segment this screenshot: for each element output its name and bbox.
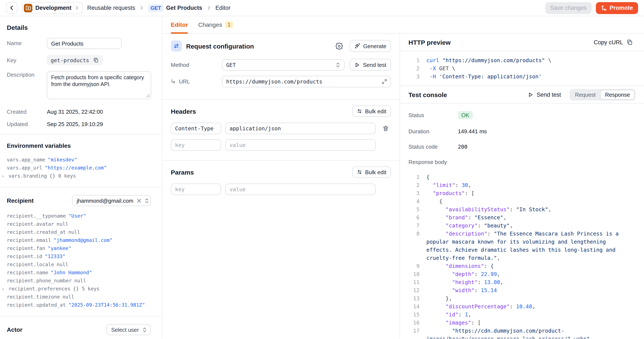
header-value-field[interactable] [225,123,376,134]
actor-select[interactable]: Select user [106,324,151,335]
tab-changes[interactable]: Changes 1 [198,16,233,33]
method-select[interactable]: GET [222,59,344,70]
actor-placeholder: Select user [111,326,139,333]
property-row: recipient.timezonenull [7,293,151,301]
actor-section: Actor Select user [0,316,162,338]
recipient-label: Recipient [7,197,34,204]
headers-bulk-edit-button[interactable]: Bulk edit [352,106,391,117]
property-key: vars.app_name [7,156,45,164]
settings-button[interactable] [334,40,346,52]
clear-icon[interactable] [137,198,142,203]
generate-button[interactable]: Generate [350,40,391,52]
url-field[interactable]: https://dummyjson.com/products [222,76,391,87]
toggle-request[interactable]: Request [570,90,600,100]
header-row: Content-Type [171,123,391,134]
project-switcher[interactable]: Development [22,2,83,14]
line-number: 3 [410,72,420,80]
sparkles-icon [354,43,360,49]
property-key: vars.branding [8,172,47,180]
line-number: 2 [410,181,420,189]
code-line: 4 { [410,197,629,205]
code-line: 3 "products": [ [410,189,629,197]
key-label: Key [7,55,47,64]
response-body-code: 1{2 "limit": 30,3 "products": [4 {5 "ava… [400,172,644,338]
toggle-response[interactable]: Response [600,90,635,100]
param-key-input[interactable] [171,184,221,195]
params-bulk-edit-button[interactable]: Bulk edit [352,166,391,178]
name-label: Name [7,38,47,46]
property-row: recipient.updated_at"2025-09-23T14:56:31… [7,301,151,309]
back-button[interactable] [6,2,18,14]
http-preview-column: HTTP preview Copy cURL 1curl "https://du… [400,34,644,338]
property-row: recipient.localenull [7,261,151,269]
resize-grip-icon[interactable] [146,92,150,99]
breadcrumb-page: Editor [216,5,231,11]
header-key-input[interactable] [171,139,221,151]
description-label: Description [7,71,47,78]
key-value: get-products [51,57,89,63]
environment-variables-list: vars.app_name"mikesdev"vars.app_url"http… [7,156,151,180]
recipient-select[interactable]: jhammond@gmail.com [72,195,151,206]
console-send-test-button[interactable]: Send test [525,91,564,98]
description-field[interactable]: Fetch products from a specific category … [47,71,151,99]
property-value: "2025-09-23T14:56:31.981Z" [68,301,145,309]
code-line: 16 "images": [ [410,318,629,327]
chevron-right-icon [206,6,211,10]
line-number: 10 [410,270,420,278]
property-value: null [62,293,74,301]
key-chip: get-products [47,55,103,65]
method-label: Method [171,62,217,68]
status-label: Status [408,112,458,118]
expand-icon[interactable] [382,79,387,84]
name-field[interactable] [47,38,122,49]
project-name: Development [35,5,72,11]
property-row[interactable]: ›recipient.preferences{} 5 keys [7,285,151,293]
environment-variables-title: Environment variables [7,142,151,149]
chevron-expand-icon[interactable]: › [2,285,6,293]
copy-key-button[interactable] [93,57,100,64]
property-value: "John Hammond" [51,269,92,277]
property-row: recipient.created_atnull [7,228,151,236]
param-value-input[interactable] [225,184,376,195]
response-summary: Status OK Duration 149.441 ms Status cod… [400,104,644,172]
line-number: 16 [410,318,420,327]
chevron-updown-icon [336,62,340,68]
header-value-input[interactable] [225,139,376,151]
line-number: 11 [410,278,420,286]
save-changes-button[interactable]: Save changes [545,2,592,14]
property-row: vars.app_name"mikesdev" [7,156,151,164]
property-row: recipient.__typename"User" [7,212,151,220]
breadcrumb-parent[interactable]: Reusable requests [87,5,135,11]
tab-editor[interactable]: Editor [171,16,188,33]
code-line: 1curl "https://dummyjson.com/products" \ [410,56,634,64]
property-key: recipient.locale [7,261,54,269]
chevron-right-icon [140,6,144,10]
property-value: {} 5 keys [73,285,100,293]
code-line: 10 "depth": 22.99, [410,270,629,278]
property-row: recipient.name"John Hammond" [7,269,151,277]
line-number: 1 [410,173,420,181]
code-line: 15 "id": 1, [410,310,629,318]
copy-curl-button[interactable]: Copy cURL [591,38,636,46]
property-row[interactable]: ›vars.branding{} 0 keys [7,172,151,180]
chevron-expand-icon[interactable]: › [2,172,6,180]
chevron-left-icon [9,5,14,11]
line-number: 17 [410,327,420,338]
url-label: URL [171,78,217,85]
trash-icon [382,125,389,132]
delete-header-button[interactable] [380,123,391,134]
property-row: recipient.phone_numbernull [7,277,151,285]
property-value: "yankee" [48,244,71,252]
property-row: recipient.avatarnull [7,220,151,228]
main-area: Editor Changes 1 Request configurat [162,16,644,338]
params-section: Params Bulk edit [162,160,400,200]
send-test-button[interactable]: Send test [350,59,391,71]
status-code-value: 200 [458,144,636,150]
header-key-box[interactable]: Content-Type [171,123,221,134]
headers-rows: Content-Type [171,123,391,134]
property-row: recipient.fan"yankee" [7,244,151,252]
breadcrumb-request-name[interactable]: Get Products [166,5,202,11]
line-number: 5 [410,205,420,213]
promote-button[interactable]: Promote [596,2,638,14]
property-key: recipient.id [7,252,42,261]
